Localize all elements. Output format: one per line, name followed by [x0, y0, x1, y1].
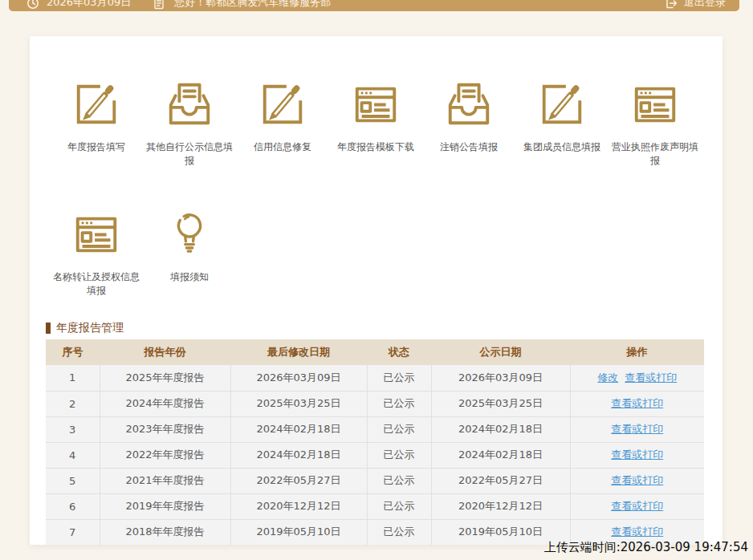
cell-year: 2021年年度报告 [100, 468, 230, 493]
cell-year: 2018年年度报告 [100, 519, 230, 545]
view-print-link[interactable]: 查看或打印 [611, 500, 663, 512]
shortcut-item[interactable]: 其他自行公示信息填报 [143, 79, 236, 209]
cell-status: 已公示 [367, 442, 431, 468]
edit-square-icon [258, 79, 307, 129]
cell-actions: 查看或打印 [570, 493, 704, 519]
shortcut-label: 集团成员信息填报 [523, 140, 600, 154]
shortcut-item[interactable]: 注销公告填报 [422, 79, 515, 209]
cell-actions: 查看或打印 [570, 416, 704, 442]
cell-actions: 查看或打印 [570, 468, 704, 493]
main-card: 年度报告填写其他自行公示信息填报信用信息修复年度报告模板下载注销公告填报集团成员… [30, 36, 722, 545]
cell-no: 7 [46, 519, 100, 545]
shortcut-label: 信用信息修复 [254, 140, 311, 154]
shortcut-label: 填报须知 [170, 270, 209, 284]
browser-card-icon [351, 79, 401, 129]
bulb-icon [165, 209, 214, 259]
section-title-text: 年度报告管理 [56, 321, 124, 335]
view-print-link[interactable]: 查看或打印 [611, 474, 663, 486]
shortcut-item[interactable]: 集团成员信息填报 [515, 79, 609, 209]
clock-icon [26, 0, 39, 10]
cell-status: 已公示 [367, 468, 431, 493]
cell-no: 1 [46, 365, 100, 391]
table-row: 22024年年度报告2025年03月25日已公示2025年03月25日查看或打印 [46, 391, 704, 416]
id-card-icon [153, 0, 165, 10]
table-row: 32023年年度报告2024年02月18日已公示2024年02月18日查看或打印 [46, 416, 704, 442]
shortcut-item[interactable]: 填报须知 [143, 209, 236, 339]
table-row: 52021年年度报告2022年05月27日已公示2022年05月27日查看或打印 [46, 468, 704, 493]
section-title: 年度报告管理 [46, 321, 124, 335]
view-print-link[interactable]: 查看或打印 [611, 448, 663, 461]
edit-square-icon [71, 79, 121, 129]
upload-time: 上传云端时间:2026-03-09 19:47:54 [544, 540, 748, 555]
shortcut-item[interactable]: 信用信息修复 [236, 79, 329, 209]
shortcut-label: 注销公告填报 [440, 140, 498, 154]
shortcut-label: 营业执照作废声明填报 [609, 140, 702, 168]
edit-square-icon [537, 79, 587, 129]
column-header: 报告年份 [100, 339, 230, 365]
table-row: 12025年年度报告2026年03月09日已公示2026年03月09日修改查看或… [46, 365, 704, 391]
cell-modified: 2025年03月25日 [230, 391, 367, 416]
page: { "topbar": { "date": "2026年03月09日", "gr… [0, 0, 753, 560]
cell-modified: 2019年05月10日 [230, 519, 367, 545]
cell-no: 4 [46, 442, 100, 468]
cell-year: 2023年年度报告 [100, 416, 230, 442]
cell-no: 6 [46, 493, 100, 519]
cell-modified: 2020年12月12日 [230, 493, 367, 519]
cell-publish: 2022年05月27日 [431, 468, 570, 493]
view-print-link[interactable]: 查看或打印 [625, 371, 677, 383]
cell-publish: 2024年02月18日 [431, 442, 570, 468]
inbox-doc-icon [165, 79, 214, 129]
column-header: 序号 [46, 339, 100, 365]
column-header: 操作 [570, 339, 704, 365]
topbar-left: 2026年03月09日 您好！郫都区腾发汽车维修服务部 [26, 0, 331, 10]
cell-publish: 2025年03月25日 [431, 391, 570, 416]
view-print-link[interactable]: 查看或打印 [611, 397, 663, 409]
cell-actions: 查看或打印 [570, 442, 704, 468]
logout-button[interactable]: 退出登录 [658, 0, 726, 10]
shortcut-item[interactable]: 年度报告模板下载 [329, 79, 422, 209]
cell-status: 已公示 [367, 416, 431, 442]
shortcut-label: 名称转让及授权信息填报 [50, 270, 143, 298]
cell-status: 已公示 [367, 365, 431, 391]
cell-year: 2025年年度报告 [100, 365, 230, 391]
table-header-row: 序号报告年份最后修改日期状态公示日期操作 [46, 339, 704, 365]
cell-publish: 2020年12月12日 [431, 493, 570, 519]
cell-modified: 2022年05月27日 [230, 468, 367, 493]
cell-no: 3 [46, 416, 100, 442]
cell-year: 2019年年度报告 [100, 493, 230, 519]
cell-actions: 查看或打印 [570, 391, 704, 416]
topbar-date: 2026年03月09日 [47, 0, 131, 10]
modify-link[interactable]: 修改 [597, 371, 618, 383]
annual-report-table: 序号报告年份最后修改日期状态公示日期操作 12025年年度报告2026年03月0… [46, 339, 704, 545]
topbar-greeting: 您好！郫都区腾发汽车维修服务部 [174, 0, 331, 10]
topbar: 2026年03月09日 您好！郫都区腾发汽车维修服务部 退出登录 [9, 0, 739, 11]
shortcut-item[interactable]: 营业执照作废声明填报 [609, 79, 702, 209]
cell-status: 已公示 [367, 493, 431, 519]
cell-modified: 2024年02月18日 [230, 416, 367, 442]
logout-label: 退出登录 [684, 0, 726, 10]
shortcut-label: 年度报告模板下载 [337, 140, 414, 154]
table-row: 62019年年度报告2020年12月12日已公示2020年12月12日查看或打印 [46, 493, 704, 519]
cell-status: 已公示 [367, 391, 431, 416]
column-header: 状态 [367, 339, 431, 365]
view-print-link[interactable]: 查看或打印 [611, 526, 663, 538]
logout-icon [665, 0, 678, 10]
column-header: 最后修改日期 [230, 339, 367, 365]
cell-publish: 2026年03月09日 [431, 365, 570, 391]
cell-actions: 修改查看或打印 [570, 365, 704, 391]
shortcut-grid: 年度报告填写其他自行公示信息填报信用信息修复年度报告模板下载注销公告填报集团成员… [50, 79, 702, 339]
shortcut-item[interactable]: 名称转让及授权信息填报 [50, 209, 143, 339]
cell-modified: 2024年02月18日 [230, 442, 367, 468]
view-print-link[interactable]: 查看或打印 [611, 423, 663, 435]
column-header: 公示日期 [431, 339, 570, 365]
cell-year: 2022年年度报告 [100, 442, 230, 468]
cell-no: 2 [46, 391, 100, 416]
inbox-doc-icon [444, 79, 494, 129]
shortcut-item[interactable]: 年度报告填写 [50, 79, 143, 209]
cell-no: 5 [46, 468, 100, 493]
cell-year: 2024年年度报告 [100, 391, 230, 416]
table-row: 42022年年度报告2024年02月18日已公示2024年02月18日查看或打印 [46, 442, 704, 468]
cell-status: 已公示 [367, 519, 431, 545]
shortcut-label: 年度报告填写 [67, 140, 125, 154]
browser-card-icon [630, 79, 680, 129]
